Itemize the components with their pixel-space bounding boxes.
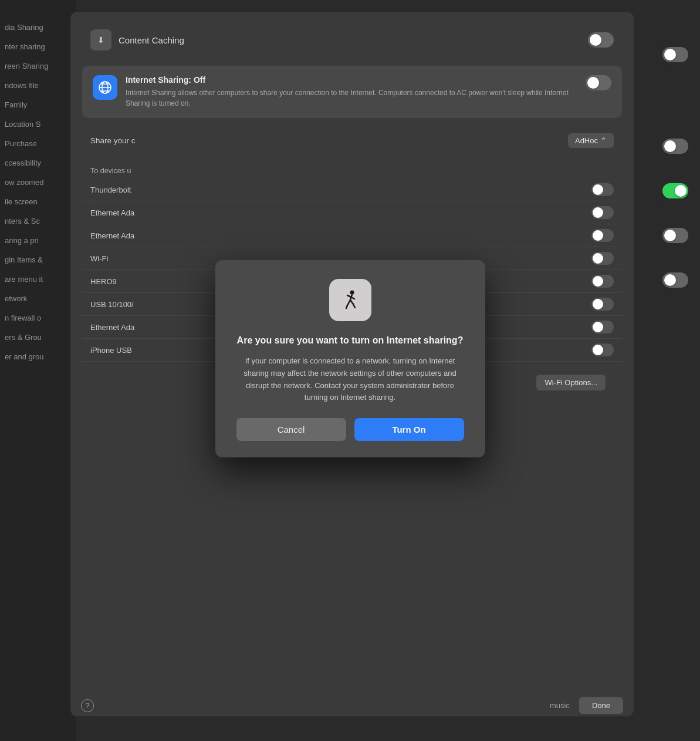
cancel-button[interactable]: Cancel: [236, 418, 346, 441]
alert-body: If your computer is connected to a netwo…: [236, 355, 464, 404]
alert-dialog: Are you sure you want to turn on Interne…: [215, 260, 485, 458]
alert-icon-wrap: [329, 279, 371, 321]
walking-person-icon: [336, 286, 364, 314]
alert-buttons: Cancel Turn On: [236, 418, 464, 441]
modal-overlay: Are you sure you want to turn on Interne…: [0, 0, 700, 741]
turn-on-button[interactable]: Turn On: [354, 418, 464, 441]
alert-title: Are you sure you want to turn on Interne…: [237, 334, 464, 347]
